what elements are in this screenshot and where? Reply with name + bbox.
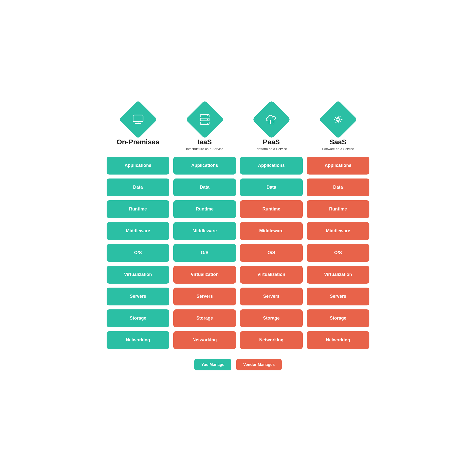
cell-saas-networking: Networking bbox=[307, 331, 369, 349]
svg-rect-3 bbox=[200, 115, 209, 117]
svg-rect-0 bbox=[133, 115, 143, 121]
on-premises-icon bbox=[119, 100, 157, 139]
legend-you-manage: You Manage bbox=[194, 359, 231, 370]
svg-point-15 bbox=[337, 118, 339, 121]
column-paas: PaaS Platform-as-a-Service bbox=[240, 106, 303, 151]
paas-icon bbox=[252, 100, 291, 139]
cell-iaas-virtualization: Virtualization bbox=[173, 266, 236, 284]
gear-svg bbox=[331, 113, 345, 126]
cell-on-premises-runtime: Runtime bbox=[107, 200, 169, 218]
cell-paas-middleware: Middleware bbox=[240, 222, 303, 240]
iaas-title: IaaS bbox=[198, 138, 212, 146]
cell-saas-o-s: O/S bbox=[307, 244, 369, 262]
cell-iaas-applications: Applications bbox=[173, 157, 236, 175]
svg-point-8 bbox=[207, 123, 208, 124]
svg-point-6 bbox=[207, 115, 208, 116]
cell-on-premises-networking: Networking bbox=[107, 331, 169, 349]
monitor-svg bbox=[131, 113, 145, 126]
cell-on-premises-data: Data bbox=[107, 178, 169, 196]
cell-on-premises-servers: Servers bbox=[107, 288, 169, 305]
cell-saas-servers: Servers bbox=[307, 288, 369, 305]
columns-header: On-Premises IaaS Infastructure-as-a-Serv… bbox=[107, 106, 369, 151]
cell-on-premises-o-s: O/S bbox=[107, 244, 169, 262]
cell-iaas-servers: Servers bbox=[173, 288, 236, 305]
svg-point-7 bbox=[207, 119, 208, 120]
legend-vendor-manages: Vendor Manages bbox=[236, 359, 282, 370]
iaas-icon bbox=[185, 100, 224, 139]
paas-subtitle: Platform-as-a-Service bbox=[256, 147, 287, 151]
cell-iaas-networking: Networking bbox=[173, 331, 236, 349]
grid-body: ApplicationsApplicationsApplicationsAppl… bbox=[107, 157, 369, 349]
column-on-premises: On-Premises bbox=[107, 106, 169, 151]
cell-iaas-storage: Storage bbox=[173, 309, 236, 327]
cell-saas-middleware: Middleware bbox=[307, 222, 369, 240]
server-svg bbox=[198, 113, 212, 126]
column-saas: SaaS Software-as-a-Service bbox=[307, 106, 369, 151]
cell-saas-applications: Applications bbox=[307, 157, 369, 175]
saas-subtitle: Software-as-a-Service bbox=[322, 147, 354, 151]
cell-iaas-middleware: Middleware bbox=[173, 222, 236, 240]
cell-saas-virtualization: Virtualization bbox=[307, 266, 369, 284]
page-container: On-Premises IaaS Infastructure-as-a-Serv… bbox=[107, 106, 369, 370]
column-iaas: IaaS Infastructure-as-a-Service bbox=[173, 106, 236, 151]
iaas-subtitle: Infastructure-as-a-Service bbox=[186, 147, 223, 151]
cell-on-premises-applications: Applications bbox=[107, 157, 169, 175]
cell-paas-networking: Networking bbox=[240, 331, 303, 349]
cell-iaas-o-s: O/S bbox=[173, 244, 236, 262]
paas-title: PaaS bbox=[263, 138, 280, 146]
legend: You Manage Vendor Manages bbox=[107, 359, 369, 370]
saas-title: SaaS bbox=[329, 138, 347, 146]
cell-on-premises-middleware: Middleware bbox=[107, 222, 169, 240]
cell-iaas-runtime: Runtime bbox=[173, 200, 236, 218]
cell-paas-data: Data bbox=[240, 178, 303, 196]
cell-iaas-data: Data bbox=[173, 178, 236, 196]
cell-saas-storage: Storage bbox=[307, 309, 369, 327]
cell-on-premises-storage: Storage bbox=[107, 309, 169, 327]
on-premises-title: On-Premises bbox=[117, 138, 159, 146]
saas-icon bbox=[319, 100, 357, 139]
cell-paas-runtime: Runtime bbox=[240, 200, 303, 218]
svg-rect-4 bbox=[200, 118, 209, 121]
cell-paas-applications: Applications bbox=[240, 157, 303, 175]
cell-paas-storage: Storage bbox=[240, 309, 303, 327]
cell-paas-o-s: O/S bbox=[240, 244, 303, 262]
cloud-svg bbox=[265, 113, 278, 126]
cell-on-premises-virtualization: Virtualization bbox=[107, 266, 169, 284]
cell-paas-servers: Servers bbox=[240, 288, 303, 305]
cell-saas-data: Data bbox=[307, 178, 369, 196]
cell-paas-virtualization: Virtualization bbox=[240, 266, 303, 284]
svg-rect-5 bbox=[200, 122, 209, 124]
cell-saas-runtime: Runtime bbox=[307, 200, 369, 218]
